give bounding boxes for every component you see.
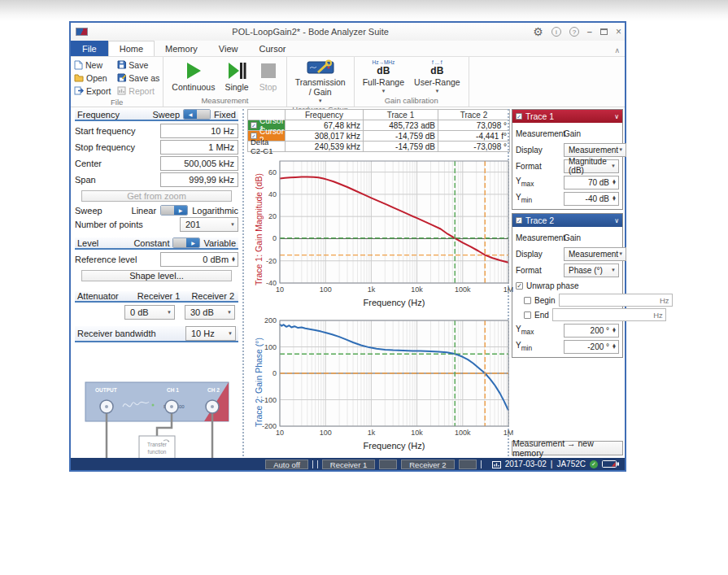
full-range-icon: Hz→MHz dB [372,60,395,76]
cursor1-checkbox[interactable]: ✓ [251,122,257,129]
chevron-down-icon[interactable]: ∨ [614,113,619,120]
span-label: Span [75,175,160,185]
end-checkbox[interactable] [524,311,531,319]
save-as-button[interactable]: Save as [117,72,159,84]
auto-off-badge[interactable]: Auto off [265,460,308,469]
magnitude-y-axis-title: Trace 1: Gain Magnitude (dB) [254,173,264,285]
svg-text:-20: -20 [266,257,277,265]
trace2-ymax-stepper[interactable]: 200 °▲▼ [564,324,619,338]
svg-text:1M: 1M [503,285,513,294]
close-button[interactable]: × [616,26,621,37]
trace1-format-dropdown[interactable]: Magnitude (dB)▼ [564,159,619,173]
chevron-down-icon: ▼ [611,268,616,272]
sweep-fixed-toggle[interactable]: ◀ [183,109,211,120]
svg-text:60: 60 [268,168,277,176]
ribbon-group-file: New Open Export Save [71,57,163,107]
hardware-setup-icon [307,59,334,76]
status-bar: Auto off Receiver 1 Receiver 2 2017-03-0… [71,458,625,470]
receiver2-badge[interactable]: Receiver 2 [401,460,454,469]
spinner-arrows-icon[interactable]: ▲▼ [612,180,617,185]
user-range-button[interactable]: f ... f dB User-Range ▼ [409,59,465,94]
cursor-table-header-frequency: Frequency [286,110,364,120]
chevron-down-icon: ▼ [434,89,439,94]
tab-view[interactable]: View [208,41,249,56]
attenuator-receiver2-dropdown[interactable]: 30 dB▼ [185,305,235,320]
trace2-checkbox[interactable]: ✓ [516,217,522,224]
export-button[interactable]: Export [74,85,111,97]
spinner-arrows-icon[interactable]: ▲▼ [612,328,617,333]
tab-cursor[interactable]: Cursor [248,41,296,56]
continuous-button[interactable]: Continuous [167,60,220,93]
ribbon-collapse-icon[interactable]: ∧ [614,41,620,56]
report-button[interactable]: Report [117,85,159,97]
reference-level-stepper[interactable]: 0 dBm ▲▼ [160,252,238,267]
new-button[interactable]: New [74,59,111,71]
start-frequency-field[interactable] [160,124,238,138]
single-button[interactable]: Single [220,60,253,93]
trace1-ymin-stepper[interactable]: -40 dB▲▼ [564,192,619,206]
measurement-to-new-memory-button[interactable]: Measurement → new memory [512,441,623,455]
spinner-arrows-icon[interactable]: ▲▼ [612,196,617,202]
receiver1-level-badge [379,460,397,469]
magnitude-chart[interactable]: 101001k10k100k1M6040200-20-40Frequency (… [247,157,513,308]
begin-checkbox[interactable] [524,297,531,304]
tab-home[interactable]: Home [108,41,155,56]
sweep-row-label: Sweep [75,206,132,216]
group-label-file: File [74,97,159,108]
unwrap-phase-checkbox[interactable]: ✓ [516,282,523,290]
attenuator-receiver1-dropdown[interactable]: 0 dB▼ [124,305,175,320]
trace1-display-dropdown[interactable]: Measurement▼ [564,143,626,157]
spinner-arrows-icon[interactable]: ▲▼ [612,344,617,350]
get-from-zoom-button[interactable]: Get from zoom [81,190,232,202]
constant-variable-toggle[interactable]: ▶ [172,237,200,248]
trace1-checkbox[interactable]: ✓ [516,113,522,120]
save-button[interactable]: Save [117,59,159,71]
info-icon[interactable]: i [551,27,561,37]
level-section-header: Level Constant ▶ Variable [75,237,238,250]
svg-text:100: 100 [264,343,277,351]
end-field[interactable] [552,308,666,321]
trace2-header[interactable]: ✓ Trace 2 ∨ [512,214,622,227]
chevron-down-icon: ▼ [227,310,232,315]
trace2-ymin-stepper[interactable]: -200 °▲▼ [564,340,619,354]
cursor-table-header-trace2: Trace 2 [438,110,510,120]
trace2-format-dropdown[interactable]: Phase (°)▼ [564,264,619,277]
cursor-table: Frequency Trace 1 Trace 2 ✓ Cursor 1 67,… [247,109,510,152]
trace1-ymax-stepper[interactable]: 70 dB▲▼ [564,176,619,189]
open-button[interactable]: Open [74,72,111,84]
stop-button[interactable]: Stop [254,60,283,93]
minimize-button[interactable]: – [587,27,592,37]
shape-level-button[interactable]: Shape level... [81,270,232,281]
svg-text:Frequency (Hz): Frequency (Hz) [364,298,425,307]
statusbar-divider [312,460,313,468]
tab-file[interactable]: File [71,41,108,56]
svg-text:Transfer: Transfer [147,442,168,447]
trace2-display-dropdown[interactable]: Measurement▼ [564,247,626,261]
chevron-down-icon: ▼ [618,147,623,152]
receiver-bandwidth-dropdown[interactable]: 10 Hz▼ [185,326,236,341]
ribbon-group-calibration: Hz→MHz dB Full-Range ▼ f ... f dB User-R… [355,57,469,107]
maximize-button[interactable] [600,28,608,35]
spinner-arrows-icon[interactable]: ▲▼ [231,257,236,263]
phase-chart[interactable]: 101001k10k100k1M2001000-100-200Frequency… [247,316,513,451]
phase-chart-block: Trace 2: Gain Phase (°) 101001k10k100k1M… [247,316,506,453]
settings-gear-icon[interactable]: ⚙ [533,26,543,37]
begin-field[interactable] [559,294,673,307]
number-of-points-dropdown[interactable]: 201▼ [180,217,238,232]
svg-text:function: function [147,449,166,455]
open-folder-icon [74,73,84,82]
unwrap-phase-row[interactable]: ✓ Unwrap phase [516,278,619,293]
receiver1-badge[interactable]: Receiver 1 [322,460,375,469]
transmission-gain-button[interactable]: Transmission / Gain ▼ [290,59,351,104]
trace1-header[interactable]: ✓ Trace 1 ∨ [512,110,622,123]
chevron-down-icon[interactable]: ∨ [614,217,619,224]
device-connected-check-icon: ✓ [590,460,598,468]
full-range-button[interactable]: Hz→MHz dB Full-Range ▼ [358,59,409,94]
tab-memory[interactable]: Memory [155,41,208,56]
trace-settings-panel: ✓ Trace 1 ∨ Measurement Gain Display Mea… [511,107,625,458]
stop-frequency-field[interactable] [160,140,238,155]
help-icon[interactable]: ? [569,27,579,37]
center-field[interactable] [160,156,238,171]
linear-log-toggle[interactable]: ▶ [160,205,188,216]
span-field[interactable] [160,172,238,187]
